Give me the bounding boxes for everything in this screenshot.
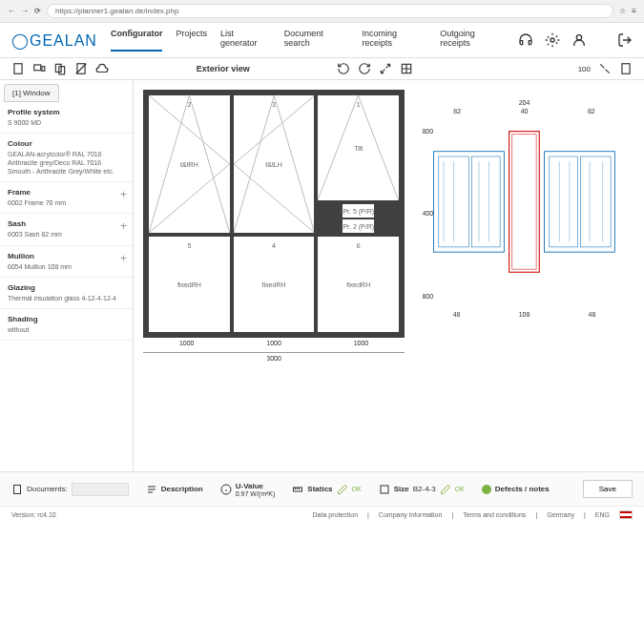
document-icon xyxy=(11,484,23,495)
svg-rect-45 xyxy=(381,486,388,493)
plus-icon[interactable]: + xyxy=(120,219,127,233)
pencil-icon[interactable] xyxy=(440,484,451,495)
pane-num: 3 xyxy=(272,101,276,108)
forward-icon[interactable]: → xyxy=(21,7,29,15)
ok-badge: OK xyxy=(352,486,362,492)
lang-label[interactable]: ENG xyxy=(595,511,610,518)
devices-icon[interactable] xyxy=(32,62,46,75)
pane-fixed-small[interactable]: Pr. 5 (P/R) Pr. 2 (P/R) xyxy=(318,204,399,233)
canvas[interactable]: 2 t&tRH 1 Tilt 3 t&tLH Pr. 5 (P/R) xyxy=(134,80,644,471)
cloud-icon[interactable] xyxy=(95,62,109,75)
svg-line-19 xyxy=(234,95,274,233)
svg-rect-4 xyxy=(42,67,45,72)
size-section[interactable]: Size B2-4-3 OK xyxy=(379,484,465,495)
svg-line-18 xyxy=(234,164,315,233)
plus-icon[interactable]: + xyxy=(120,252,127,265)
star-icon[interactable]: ☆ xyxy=(619,7,626,15)
documents-dropzone[interactable] xyxy=(72,483,129,496)
prop-mullion[interactable]: Mullion 6054 Mullion 108 mm + xyxy=(0,246,133,278)
undo-icon[interactable] xyxy=(337,62,350,75)
text-icon xyxy=(146,484,157,495)
footer-link[interactable]: Company information xyxy=(379,511,443,518)
fit-icon[interactable] xyxy=(598,62,612,75)
uvalue-section[interactable]: U-Value 0.97 W/(m²K) xyxy=(220,482,276,497)
footer-link[interactable]: Terms and conditions xyxy=(463,511,526,518)
svg-line-14 xyxy=(189,95,229,233)
svg-rect-26 xyxy=(545,152,615,252)
prop-frame[interactable]: Frame 6002 Frame 70 mm + xyxy=(0,182,133,214)
footer-link[interactable]: Data protection xyxy=(313,511,358,518)
svg-point-1 xyxy=(576,35,581,40)
user-icon[interactable] xyxy=(571,32,587,48)
save-button[interactable]: Save xyxy=(583,480,633,498)
logout-icon[interactable] xyxy=(617,32,633,48)
description-section[interactable]: Description xyxy=(146,484,203,495)
window-drawing[interactable]: 2 t&tRH 1 Tilt 3 t&tLH Pr. 5 (P/R) xyxy=(143,90,405,462)
sidebar: [1] Window Profile system S 9000 MD Colo… xyxy=(0,80,134,471)
nav-configurator[interactable]: Configurator xyxy=(111,29,163,52)
prop-label: Sash xyxy=(8,219,125,228)
pane-6[interactable]: 6 fixedRH xyxy=(318,237,399,332)
nav-incoming[interactable]: Incoming receipts xyxy=(363,29,427,52)
prop-value: S 9000 MD xyxy=(8,118,125,127)
pane-num: 1 xyxy=(357,101,361,108)
snap-icon[interactable] xyxy=(400,62,413,75)
prop-colour[interactable]: Colour GEALAN-acrylcolor® RAL 7016 Anthr… xyxy=(0,134,133,182)
pane-4[interactable]: 4 fixedRH xyxy=(234,237,315,332)
prop-value: 6002 Frame 70 mm xyxy=(8,198,125,207)
pane-3[interactable]: 3 t&tLH xyxy=(234,95,315,233)
page-icon[interactable] xyxy=(11,62,25,75)
defects-section[interactable]: Defects / notes xyxy=(482,485,550,494)
window-tab[interactable]: [1] Window xyxy=(4,84,59,102)
headset-icon[interactable] xyxy=(518,32,533,48)
ok-badge: OK xyxy=(455,486,465,492)
dim-horizontal: 1000 1000 1000 xyxy=(143,338,405,348)
nav-document-search[interactable]: Document search xyxy=(284,29,349,52)
pane-label: fixedRH xyxy=(346,281,370,288)
nav-projects[interactable]: Projects xyxy=(176,29,207,52)
gear-icon[interactable] xyxy=(545,32,560,48)
prop-value: Thermal insulation glass 4-12-4-12-4 xyxy=(8,294,125,302)
dim-total-width: 3000 xyxy=(143,352,405,364)
menu-icon[interactable]: ≡ xyxy=(632,7,636,15)
nav-outgoing[interactable]: Outgoing receipts xyxy=(440,29,505,52)
bottom-panel: Documents: Description U-Value 0.97 W/(m… xyxy=(0,471,644,506)
url-bar[interactable]: https://planner1.gealan.de/index.php xyxy=(47,4,613,18)
pencil-icon[interactable] xyxy=(337,484,348,495)
size-value: B2-4-3 xyxy=(413,485,436,493)
pane-1[interactable]: 1 Tilt xyxy=(318,95,399,200)
view-title: Exterior view xyxy=(116,64,329,73)
prop-label: Frame xyxy=(8,188,125,197)
delete-icon[interactable] xyxy=(74,62,88,75)
pane-label: Pr. 5 (P/R) xyxy=(343,208,374,215)
ruler-icon xyxy=(292,484,303,495)
redo-icon[interactable] xyxy=(358,62,371,75)
documents-label: Documents: xyxy=(27,485,68,493)
svg-rect-24 xyxy=(509,132,540,273)
pane-2[interactable]: 2 t&tRH xyxy=(149,95,230,233)
expand-icon[interactable] xyxy=(379,62,392,75)
main-nav: Configurator Projects List generator Doc… xyxy=(111,29,505,52)
sheet-icon[interactable] xyxy=(619,62,633,75)
profile-section[interactable]: 204 824082 4810848 xyxy=(414,90,634,462)
prop-label: Mullion xyxy=(8,252,125,260)
svg-rect-2 xyxy=(14,64,22,74)
flag-icon[interactable] xyxy=(619,510,633,519)
reload-icon[interactable]: ⟳ xyxy=(34,7,41,15)
prop-sash[interactable]: Sash 6003 Sash 82 mm + xyxy=(0,214,133,245)
documents-section[interactable]: Documents: xyxy=(11,483,129,496)
plus-icon[interactable]: + xyxy=(120,188,127,201)
defects-label: Defects / notes xyxy=(495,485,550,493)
prop-profile-system[interactable]: Profile system S 9000 MD xyxy=(0,102,133,134)
copy-icon[interactable] xyxy=(53,62,67,75)
prop-shading[interactable]: Shading without xyxy=(0,309,133,341)
prop-glazing[interactable]: Glazing Thermal insulation glass 4-12-4-… xyxy=(0,278,133,309)
prop-label: Profile system xyxy=(8,108,125,116)
footer-link[interactable]: Germany xyxy=(547,511,574,518)
profile-width: 204 xyxy=(424,99,625,106)
nav-list-generator[interactable]: List generator xyxy=(220,29,271,52)
statics-section[interactable]: Statics OK xyxy=(292,484,361,495)
toolbar: Exterior view 100 xyxy=(0,58,644,80)
pane-5[interactable]: 5 fixedRH xyxy=(149,237,230,332)
back-icon[interactable]: ← xyxy=(8,7,15,15)
